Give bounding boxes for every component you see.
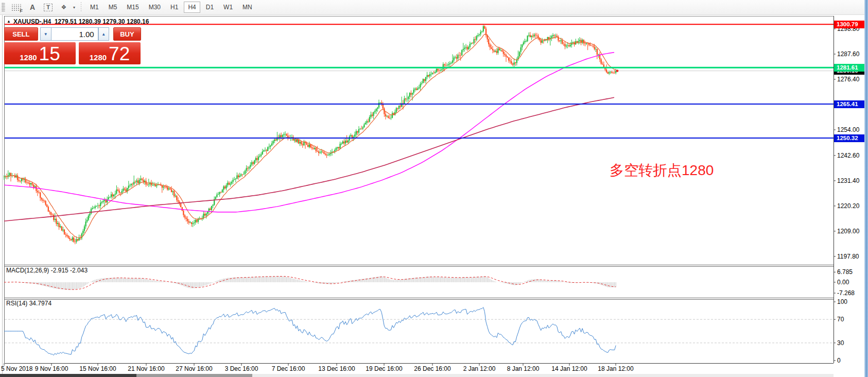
indicator-list-icon[interactable]: F <box>11 4 21 11</box>
date-tick-label: 21 Nov 16:00 <box>123 365 169 372</box>
symbol-triangle-icon: ▲ <box>7 19 11 24</box>
date-tick-label: 18 Jan 12:00 <box>593 365 639 372</box>
price-badge: 1300.79 <box>834 21 864 28</box>
rsi-tick-label: 30 <box>837 339 866 347</box>
macd-values: -2.915 -2.043 <box>51 267 88 274</box>
mt4-terminal: FAT❖▾ M1M5M15M30H1H4D1W1MN ▲XAUUSD-,H4 1… <box>0 0 868 377</box>
date-tick-label: 15 Nov 16:00 <box>75 365 121 372</box>
price-tick-label: 1254.00 <box>837 126 866 133</box>
toolbar: FAT❖▾ M1M5M15M30H1H4D1W1MN <box>0 0 864 15</box>
price-tick-label: 1287.60 <box>837 50 866 58</box>
text-annotation-icon[interactable]: A <box>27 3 38 11</box>
sell-price-panel[interactable]: 1280 15 <box>4 42 76 64</box>
sell-button[interactable]: SELL <box>4 27 38 41</box>
volume-increase-button[interactable]: ▲ <box>98 27 109 41</box>
date-tick-label: 14 Jan 12:00 <box>546 365 593 372</box>
rsi-tick-label: 0 <box>837 357 866 364</box>
date-tick-label: 3 Dec 16:00 <box>218 365 265 372</box>
price-tick-label: 1220.20 <box>837 202 866 210</box>
buy-button[interactable]: BUY <box>113 27 141 41</box>
date-tick-label: 26 Dec 16:00 <box>409 365 456 372</box>
toolbar-separator <box>81 2 81 12</box>
chart-ohlc: 1279.51 1280.39 1279.30 1280.16 <box>55 18 149 25</box>
timeframe-mn[interactable]: MN <box>238 2 256 13</box>
macd-tick-label: 0.00 <box>837 279 866 286</box>
price-tick-label: 1276.40 <box>837 76 866 83</box>
horizontal-scrollbar[interactable] <box>0 374 834 377</box>
timeframe-w1[interactable]: W1 <box>219 2 237 13</box>
date-tick-label: 27 Nov 16:00 <box>171 365 217 372</box>
one-click-trade-panel: SELL ▼ ▲ BUY 1280 15 1280 72 <box>4 27 141 64</box>
chart-symbol: XAUUSD-,H4 <box>13 18 51 25</box>
price-tick-label: 1209.00 <box>837 228 866 235</box>
text-label-icon[interactable]: T <box>44 4 53 11</box>
date-tick-label: 13 Dec 16:00 <box>314 365 360 372</box>
sell-price-stem: 1280 <box>20 53 37 62</box>
timeframe-d1[interactable]: D1 <box>202 2 218 13</box>
timeframe-h4[interactable]: H4 <box>184 2 200 13</box>
macd-tick-label: 6.785 <box>837 268 866 276</box>
price-badge: 1265.41 <box>834 100 864 108</box>
h-scrollbar-thumb-light <box>136 374 252 377</box>
timeframe-m5[interactable]: M5 <box>105 2 121 13</box>
rsi-value: 34.7974 <box>29 300 51 307</box>
date-tick-label: 19 Dec 16:00 <box>361 365 407 372</box>
chevron-down-icon: ▾ <box>73 5 75 10</box>
date-tick-label: 7 Dec 16:00 <box>265 365 311 372</box>
volume-input[interactable] <box>51 27 98 41</box>
date-tick-label: 9 Nov 16:00 <box>28 365 75 372</box>
date-tick-label: 2 Jan 12:00 <box>456 365 502 372</box>
price-tick-label: 1242.60 <box>837 152 866 159</box>
volume-decrease-button[interactable]: ▼ <box>40 27 51 41</box>
price-badge: 1250.32 <box>834 134 864 142</box>
window-edge <box>864 0 868 377</box>
toolbar-grip[interactable] <box>2 3 5 12</box>
buy-price-stem: 1280 <box>90 53 107 62</box>
buy-price-pips: 72 <box>109 44 130 64</box>
macd-label: MACD(12,26,9) -2.915 -2.043 <box>6 267 88 274</box>
price-tick-label: 1197.80 <box>837 253 866 260</box>
rsi-label: RSI(14) 34.7974 <box>6 300 51 307</box>
timeframe-m30[interactable]: M30 <box>145 2 165 13</box>
timeframe-m1[interactable]: M1 <box>86 2 103 13</box>
rsi-tick-label: 70 <box>837 316 866 323</box>
arrow-objects-icon[interactable]: ❖ <box>59 3 69 11</box>
macd-tick-label: -7.268 <box>837 289 866 297</box>
sell-price-pips: 15 <box>39 44 60 64</box>
timeframe-buttons: M1M5M15M30H1H4D1W1MN <box>86 2 256 13</box>
h-scrollbar-thumb[interactable] <box>0 374 136 377</box>
toolbar-icons: FAT❖▾ <box>8 3 75 11</box>
buy-price-panel[interactable]: 1280 72 <box>79 42 141 64</box>
timeframe-m15[interactable]: M15 <box>123 2 143 13</box>
date-tick-label: 8 Jan 12:00 <box>500 365 546 372</box>
timeframe-h1[interactable]: H1 <box>166 2 182 13</box>
rsi-tick-label: 100 <box>837 298 866 305</box>
chart-header: ▲XAUUSD-,H4 1279.51 1280.39 1279.30 1280… <box>7 18 149 25</box>
price-tick-label: 1231.40 <box>837 177 866 184</box>
price-badge: 1281.61 <box>834 64 864 72</box>
chart-text-annotation: 多空转折点1280 <box>610 161 714 180</box>
